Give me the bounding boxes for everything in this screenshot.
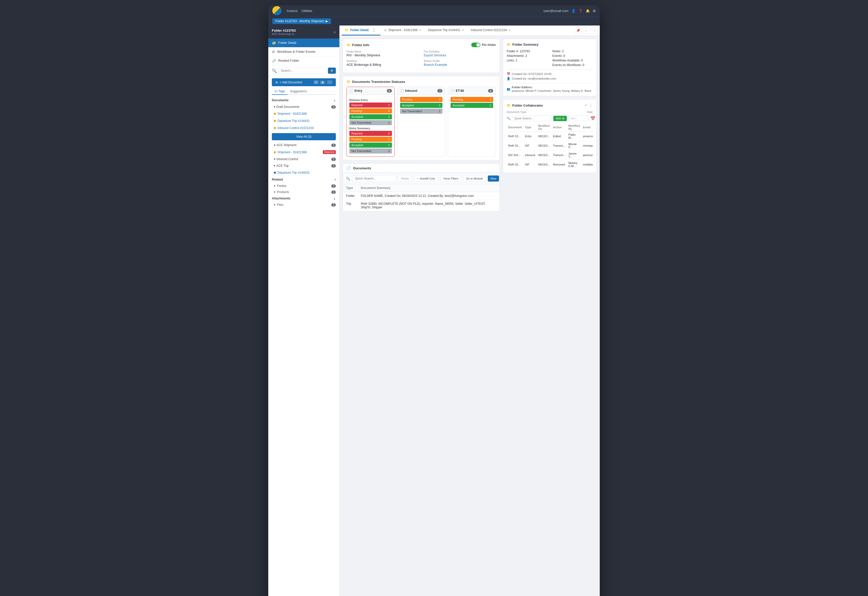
ace-shipment-chevron-icon: ▾ <box>274 143 275 147</box>
collaborator-kebab-icon[interactable]: ⋮ <box>589 103 593 108</box>
inbound-not-transmitted-label: Not Transmitted <box>402 110 422 113</box>
docs-col-type: Type <box>343 184 358 192</box>
inbound-not-transmitted-count: 1 <box>439 110 440 113</box>
help-icon[interactable]: ❓ <box>579 9 583 13</box>
tab-pin-btn[interactable]: 📌 <box>575 27 582 34</box>
collab-action-3: Removed <box>551 160 567 169</box>
entry-label: Entry <box>354 89 362 93</box>
folder-detail-tab-kebab[interactable]: ⋮ <box>370 28 377 32</box>
sidebar-item-related-folder[interactable]: 🔗 Related Folder <box>268 56 340 65</box>
parties-chevron-icon: ▾ <box>274 184 275 188</box>
departure-tab-close[interactable]: ✕ <box>462 28 464 32</box>
breadcrumb[interactable]: Folder #123763 - Monthly Shipment ▶ <box>272 18 331 24</box>
fee-schedule-group: Fee Schedule Export Services <box>424 50 496 57</box>
doc-item-inbound[interactable]: Inbound Control #2221234 <box>268 124 340 131</box>
collab-col-document: Document <box>507 123 524 131</box>
tags-suggestions-row: 🏷 Tags Suggestions <box>272 88 336 95</box>
related-section-header[interactable]: Related ▾ <box>268 176 340 183</box>
inbound-control-chevron-icon: ▾ <box>274 157 275 161</box>
doc-item-ace-trip[interactable]: Departure Trip #144431 <box>268 169 340 176</box>
folder-name-label: Folder Name <box>347 50 419 53</box>
collab-email-1: minniep... <box>582 141 593 150</box>
collab-calendar-icon[interactable]: 📅 <box>590 116 595 121</box>
delete-btn[interactable]: Delete <box>398 176 412 181</box>
fee-schedule-value: Export Services <box>424 53 496 57</box>
entry-rejected-row: Rejected 2 <box>349 103 392 108</box>
files-count: 1 <box>331 203 336 207</box>
doc-item-departure[interactable]: Departure Trip #144431 <box>268 117 340 124</box>
parties-subsection[interactable]: ▾ Parties 1 <box>268 183 340 189</box>
entry-pending-row: Pending 4 <box>349 108 392 114</box>
draft-count-badge: 3 <box>331 105 336 109</box>
doc-item-shipment[interactable]: Shipment - 81821368 <box>268 110 340 117</box>
transmission-card: 📁 Documents Trasmission Statuses 📄 Entry <box>343 76 500 161</box>
ace-trip-chevron-icon: ▾ <box>274 164 275 168</box>
tab-departure-trip[interactable]: Departure Trip #144431 ✕ <box>425 25 467 35</box>
ace-shipment-header[interactable]: ▾ ACE Shipment 1 <box>268 142 340 148</box>
docs-type-trip: Trip <box>343 200 358 211</box>
autofill-cols-btn[interactable]: ↔ Autofill Cols. <box>414 176 438 181</box>
pin-toggle-switch[interactable] <box>471 43 480 47</box>
add-doc-btn-trash[interactable]: 🗑 <box>320 81 325 84</box>
tab-inbound-control[interactable]: Inbound Control #2221234 ✕ <box>468 25 514 35</box>
tab-back-btn[interactable]: ← <box>583 27 589 34</box>
actions-menu[interactable]: Actions <box>286 9 298 13</box>
tab-forward-btn[interactable]: → <box>591 27 598 34</box>
products-label: Products <box>277 190 289 194</box>
entry-header: 📄 Entry 9 <box>347 87 394 95</box>
sidebar-search-input[interactable] <box>279 67 326 74</box>
collab-add-btn[interactable]: Add ⊕ <box>554 116 567 121</box>
tags-tab[interactable]: 🏷 Tags <box>272 88 287 95</box>
ace-trip-header[interactable]: ▾ ACE Trip 1 <box>268 162 340 169</box>
draft-documents-header[interactable]: ▾ Draft Documents 3 <box>268 103 340 110</box>
files-subsection[interactable]: ▾ Files 1 <box>268 202 340 208</box>
sidebar-search-area: 🔍 ⚡ <box>268 65 340 76</box>
docs-summary-trip: Ref# 32890, INCOMPLETE (NOT ON FILE), Im… <box>358 200 499 211</box>
collab-add-icon: ⊕ <box>562 117 564 120</box>
summary-folder-number: Folder #: 123763 <box>507 49 547 53</box>
entry-summary-not-transmitted-row: Not Transmitted 2 <box>349 148 392 153</box>
files-label: Files <box>277 203 283 207</box>
collab-search-input[interactable] <box>512 115 552 121</box>
add-doc-btn-copy[interactable]: ⊡ <box>314 80 319 84</box>
clear-filters-btn[interactable]: Clear Filters <box>440 176 461 181</box>
utilities-menu[interactable]: Utilities <box>302 9 312 13</box>
add-doc-btn-kebab[interactable]: ⋮ <box>327 80 332 84</box>
view-all-btn[interactable]: View All (3) <box>272 133 336 140</box>
entry-body: Release Entry Rejected 2 Pending 4 <box>347 95 394 156</box>
collab-date-input[interactable] <box>568 115 589 121</box>
add-document-btn[interactable]: ⊕ + Add Document ⊡ 🗑 ⋮ <box>272 78 336 86</box>
docs-col-summary: Document Summary <box>358 184 499 192</box>
new-document-btn[interactable]: New <box>488 176 499 181</box>
products-subsection[interactable]: ▾ Products 1 <box>268 189 340 195</box>
user-icon[interactable]: 👤 <box>571 9 576 13</box>
products-chevron-icon: ▾ <box>274 190 275 194</box>
grid-icon[interactable]: ⊞ <box>593 9 596 13</box>
sidebar-item-folder-detail[interactable]: 📁 Folder Detail <box>268 38 340 47</box>
inbound-control-header[interactable]: ▾ Inbound Control 1 <box>268 156 340 162</box>
ace-trip-label: ACE Trip <box>276 164 289 168</box>
attachments-header[interactable]: Attachments ▲ <box>268 195 340 202</box>
documents-section-header[interactable]: Documents ▲ <box>268 97 340 103</box>
tab-shipment[interactable]: ⚠ Shipment - 81821368 ✕ <box>381 25 425 35</box>
doc-item-ace-shipment[interactable]: Shipment - 81821368 Rejected <box>268 148 340 156</box>
shipment-tab-close[interactable]: ✕ <box>419 28 421 32</box>
inbound-tab-close[interactable]: ✕ <box>508 28 511 32</box>
notification-icon[interactable]: 🔔 <box>586 9 590 13</box>
documents-chevron-icon: ▲ <box>333 99 336 102</box>
collab-col-type: Type <box>524 123 537 131</box>
sidebar-filter-btn[interactable]: ⚡ <box>328 68 336 74</box>
docs-section-icon: 📄 <box>346 166 351 171</box>
docs-search-input[interactable] <box>352 175 396 182</box>
workflows-icon: ⚙ <box>272 50 275 54</box>
suggestions-tab[interactable]: Suggestions <box>287 88 309 94</box>
collab-row: ID# 324... Inbound 08/15/2... Transmi...… <box>507 150 593 160</box>
collaborator-expand-icon[interactable]: ⤢ <box>585 103 587 108</box>
shipment-tab-label: Shipment - 81821368 <box>388 28 418 32</box>
go-to-module-btn[interactable]: Go to Module <box>464 176 486 181</box>
sidebar-item-workflows[interactable]: ⚙ Workflows & Folder Events <box>268 47 340 56</box>
tab-folder-detail[interactable]: 📁 Folder Detail ⋮ <box>342 25 381 35</box>
sidebar-collapse-btn[interactable]: « <box>334 30 336 34</box>
collab-row: Ref# 32... ISF 08/15/2... Removed Melany… <box>507 160 593 169</box>
entry-summary-rejected-label: Rejected <box>351 132 362 135</box>
